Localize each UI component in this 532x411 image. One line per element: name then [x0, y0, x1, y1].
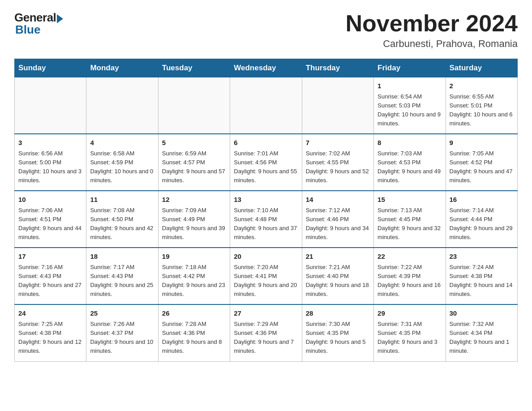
col-saturday: Saturday [446, 59, 517, 77]
day-info: Sunrise: 7:14 AMSunset: 4:44 PMDaylight:… [450, 207, 513, 240]
day-number: 5 [162, 138, 226, 148]
table-row: 12 Sunrise: 7:09 AMSunset: 4:49 PMDaylig… [158, 191, 230, 248]
day-number: 9 [450, 138, 514, 148]
day-number: 27 [234, 308, 298, 319]
day-info: Sunrise: 7:24 AMSunset: 4:38 PMDaylight:… [450, 264, 513, 297]
col-monday: Monday [86, 59, 158, 77]
table-row: 4 Sunrise: 6:58 AMSunset: 4:59 PMDayligh… [86, 134, 158, 191]
table-row [230, 77, 302, 134]
col-wednesday: Wednesday [230, 59, 302, 77]
day-info: Sunrise: 7:18 AMSunset: 4:42 PMDaylight:… [162, 264, 225, 297]
table-row: 2 Sunrise: 6:55 AMSunset: 5:01 PMDayligh… [446, 77, 517, 134]
table-row: 27 Sunrise: 7:29 AMSunset: 4:36 PMDaylig… [230, 304, 302, 361]
table-row: 14 Sunrise: 7:12 AMSunset: 4:46 PMDaylig… [302, 191, 373, 248]
day-number: 19 [162, 252, 226, 262]
day-info: Sunrise: 7:30 AMSunset: 4:35 PMDaylight:… [306, 321, 366, 354]
table-row: 19 Sunrise: 7:18 AMSunset: 4:42 PMDaylig… [158, 248, 230, 304]
table-row [158, 77, 230, 134]
day-info: Sunrise: 6:55 AMSunset: 5:01 PMDaylight:… [450, 93, 513, 127]
table-row: 1 Sunrise: 6:54 AMSunset: 5:03 PMDayligh… [374, 77, 446, 134]
location-subtitle: Carbunesti, Prahova, Romania [346, 38, 518, 50]
day-number: 15 [378, 195, 442, 205]
table-row: 15 Sunrise: 7:13 AMSunset: 4:45 PMDaylig… [374, 191, 446, 248]
day-info: Sunrise: 7:32 AMSunset: 4:34 PMDaylight:… [450, 321, 510, 354]
day-number: 8 [378, 138, 442, 148]
day-info: Sunrise: 7:02 AMSunset: 4:55 PMDaylight:… [306, 150, 369, 184]
month-title: November 2024 [346, 11, 518, 36]
table-row [15, 77, 86, 134]
day-info: Sunrise: 7:03 AMSunset: 4:53 PMDaylight:… [378, 150, 441, 184]
calendar-table: Sunday Monday Tuesday Wednesday Thursday… [14, 59, 518, 361]
day-number: 22 [378, 252, 442, 262]
table-row: 20 Sunrise: 7:20 AMSunset: 4:41 PMDaylig… [230, 248, 302, 304]
col-thursday: Thursday [302, 59, 373, 77]
day-number: 28 [306, 308, 370, 319]
calendar-header-row: Sunday Monday Tuesday Wednesday Thursday… [15, 59, 518, 77]
day-number: 17 [18, 252, 82, 262]
day-info: Sunrise: 7:16 AMSunset: 4:43 PMDaylight:… [18, 264, 82, 297]
table-row: 22 Sunrise: 7:22 AMSunset: 4:39 PMDaylig… [374, 248, 446, 304]
page-header: General Blue November 2024 Carbunesti, P… [14, 11, 518, 50]
day-number: 2 [450, 81, 514, 91]
day-info: Sunrise: 7:29 AMSunset: 4:36 PMDaylight:… [234, 321, 294, 354]
day-info: Sunrise: 6:56 AMSunset: 5:00 PMDaylight:… [18, 150, 82, 184]
day-info: Sunrise: 7:09 AMSunset: 4:49 PMDaylight:… [162, 207, 225, 240]
table-row: 26 Sunrise: 7:28 AMSunset: 4:36 PMDaylig… [158, 304, 230, 361]
calendar-week-row: 1 Sunrise: 6:54 AMSunset: 5:03 PMDayligh… [15, 77, 518, 134]
day-info: Sunrise: 6:54 AMSunset: 5:03 PMDaylight:… [378, 93, 441, 127]
day-number: 10 [18, 195, 82, 205]
day-number: 26 [162, 308, 226, 319]
day-number: 30 [450, 308, 514, 319]
table-row [86, 77, 158, 134]
calendar-week-row: 10 Sunrise: 7:06 AMSunset: 4:51 PMDaylig… [15, 191, 518, 248]
day-info: Sunrise: 7:13 AMSunset: 4:45 PMDaylight:… [378, 207, 441, 240]
day-number: 29 [378, 308, 442, 319]
logo: General Blue [14, 11, 63, 37]
table-row: 13 Sunrise: 7:10 AMSunset: 4:48 PMDaylig… [230, 191, 302, 248]
table-row [302, 77, 373, 134]
table-row: 18 Sunrise: 7:17 AMSunset: 4:43 PMDaylig… [86, 248, 158, 304]
day-info: Sunrise: 7:08 AMSunset: 4:50 PMDaylight:… [90, 207, 153, 240]
day-info: Sunrise: 7:25 AMSunset: 4:38 PMDaylight:… [18, 321, 82, 354]
day-number: 23 [450, 252, 514, 262]
day-number: 14 [306, 195, 370, 205]
table-row: 6 Sunrise: 7:01 AMSunset: 4:56 PMDayligh… [230, 134, 302, 191]
table-row: 16 Sunrise: 7:14 AMSunset: 4:44 PMDaylig… [446, 191, 517, 248]
day-info: Sunrise: 7:20 AMSunset: 4:41 PMDaylight:… [234, 264, 297, 297]
day-number: 20 [234, 252, 298, 262]
col-tuesday: Tuesday [158, 59, 230, 77]
day-info: Sunrise: 6:58 AMSunset: 4:59 PMDaylight:… [90, 150, 153, 184]
logo-blue-text: Blue [15, 23, 40, 37]
table-row: 25 Sunrise: 7:26 AMSunset: 4:37 PMDaylig… [86, 304, 158, 361]
day-info: Sunrise: 7:26 AMSunset: 4:37 PMDaylight:… [90, 321, 153, 354]
col-sunday: Sunday [15, 59, 86, 77]
calendar-week-row: 17 Sunrise: 7:16 AMSunset: 4:43 PMDaylig… [15, 248, 518, 304]
day-info: Sunrise: 7:28 AMSunset: 4:36 PMDaylight:… [162, 321, 222, 354]
table-row: 10 Sunrise: 7:06 AMSunset: 4:51 PMDaylig… [15, 191, 86, 248]
col-friday: Friday [374, 59, 446, 77]
day-info: Sunrise: 6:59 AMSunset: 4:57 PMDaylight:… [162, 150, 225, 184]
table-row: 17 Sunrise: 7:16 AMSunset: 4:43 PMDaylig… [15, 248, 86, 304]
day-number: 25 [90, 308, 154, 319]
day-number: 11 [90, 195, 154, 205]
table-row: 11 Sunrise: 7:08 AMSunset: 4:50 PMDaylig… [86, 191, 158, 248]
calendar-week-row: 24 Sunrise: 7:25 AMSunset: 4:38 PMDaylig… [15, 304, 518, 361]
title-section: November 2024 Carbunesti, Prahova, Roman… [346, 11, 518, 50]
day-number: 16 [450, 195, 514, 205]
day-number: 3 [18, 138, 82, 148]
day-info: Sunrise: 7:01 AMSunset: 4:56 PMDaylight:… [234, 150, 297, 184]
day-number: 21 [306, 252, 370, 262]
day-info: Sunrise: 7:06 AMSunset: 4:51 PMDaylight:… [18, 207, 82, 240]
day-number: 4 [90, 138, 154, 148]
logo-arrow-icon [57, 14, 63, 23]
day-number: 6 [234, 138, 298, 148]
table-row: 30 Sunrise: 7:32 AMSunset: 4:34 PMDaylig… [446, 304, 517, 361]
calendar-week-row: 3 Sunrise: 6:56 AMSunset: 5:00 PMDayligh… [15, 134, 518, 191]
day-number: 18 [90, 252, 154, 262]
day-number: 7 [306, 138, 370, 148]
day-info: Sunrise: 7:31 AMSunset: 4:35 PMDaylight:… [378, 321, 438, 354]
day-info: Sunrise: 7:21 AMSunset: 4:40 PMDaylight:… [306, 264, 369, 297]
day-info: Sunrise: 7:05 AMSunset: 4:52 PMDaylight:… [450, 150, 513, 184]
day-number: 13 [234, 195, 298, 205]
table-row: 8 Sunrise: 7:03 AMSunset: 4:53 PMDayligh… [374, 134, 446, 191]
